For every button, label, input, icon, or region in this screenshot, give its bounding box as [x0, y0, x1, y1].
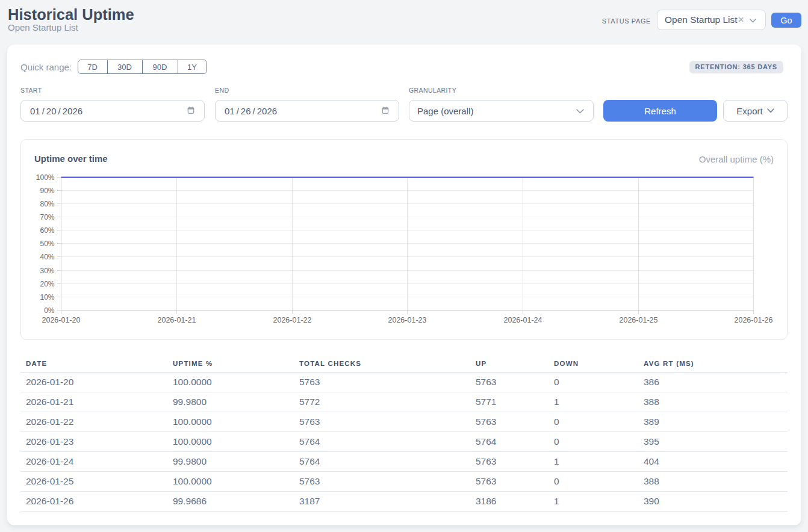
svg-text:0%: 0% — [44, 306, 55, 315]
svg-text:70%: 70% — [40, 213, 54, 221]
svg-text:40%: 40% — [40, 253, 54, 261]
svg-text:2026-01-26: 2026-01-26 — [735, 316, 773, 324]
svg-text:2026-01-25: 2026-01-25 — [620, 316, 658, 324]
svg-text:100%: 100% — [36, 173, 55, 182]
svg-text:30%: 30% — [40, 267, 54, 275]
svg-text:2026-01-21: 2026-01-21 — [158, 316, 196, 324]
svg-text:2026-01-23: 2026-01-23 — [388, 316, 427, 324]
svg-text:80%: 80% — [40, 200, 54, 208]
svg-text:20%: 20% — [40, 280, 54, 288]
svg-text:2026-01-20: 2026-01-20 — [42, 316, 81, 324]
svg-text:2026-01-24: 2026-01-24 — [504, 316, 542, 324]
svg-text:60%: 60% — [40, 226, 54, 235]
svg-text:2026-01-22: 2026-01-22 — [273, 316, 312, 324]
svg-text:90%: 90% — [40, 187, 54, 195]
svg-text:50%: 50% — [40, 240, 54, 248]
svg-text:10%: 10% — [40, 293, 54, 302]
